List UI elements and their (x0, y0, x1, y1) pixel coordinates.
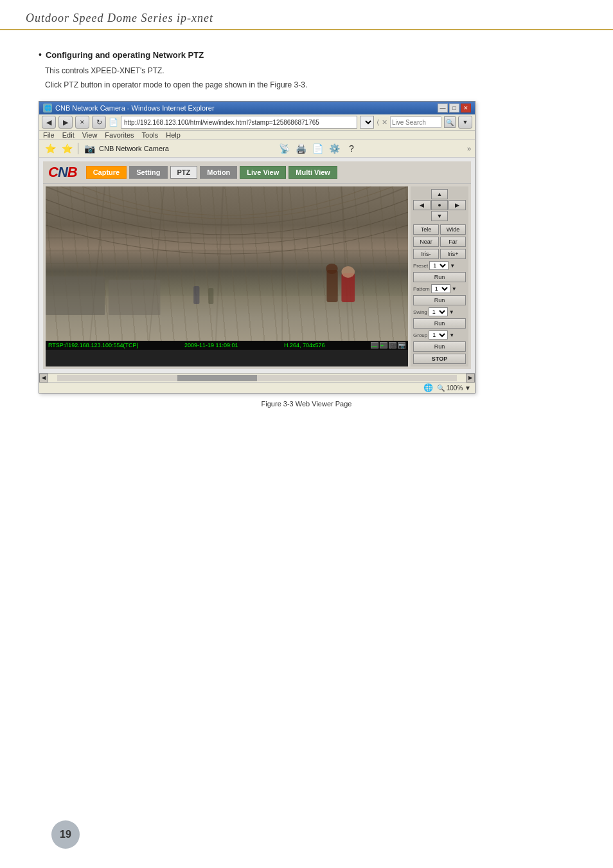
svg-rect-10 (193, 286, 199, 304)
scroll-left-button[interactable]: ◀ (39, 374, 48, 383)
camera-icon1[interactable]: — (371, 342, 378, 348)
camera-view-area: RTSP://192.168.123.100:554(TCP) 2009-11-… (43, 184, 471, 369)
swing-run-button[interactable]: Run (413, 318, 466, 329)
iris-minus-button[interactable]: Iris- (413, 249, 439, 259)
swing-dropdown-icon: ▼ (449, 309, 454, 315)
camera-ui: CNB Capture Setting PTZ Motion Live View… (39, 158, 475, 373)
menu-file[interactable]: File (43, 131, 55, 139)
menu-tools[interactable]: Tools (142, 131, 159, 139)
svg-rect-13 (109, 280, 161, 315)
back-button[interactable]: ◀ (42, 116, 56, 129)
ptz-center-button[interactable]: ● (431, 200, 449, 210)
camera-icon2[interactable]: + (380, 342, 387, 348)
close-button[interactable]: ✕ (461, 104, 471, 113)
browser-window: 🌐 CNB Network Camera - Windows Internet … (39, 101, 475, 393)
near-button[interactable]: Near (413, 237, 439, 247)
header-title: Outdoor Speed Dome Series ip-xnet (26, 12, 587, 25)
pattern-dropdown-icon: ▼ (452, 286, 457, 292)
menu-edit[interactable]: Edit (62, 131, 75, 139)
camera-icon4[interactable]: 📷 (398, 342, 405, 348)
tele-button[interactable]: Tele (413, 224, 439, 235)
scrollbar-thumb[interactable] (177, 375, 257, 381)
section-title: Configuring and operating Network PTZ (46, 50, 204, 60)
rss-icon[interactable]: 📡 (278, 141, 292, 156)
more-button[interactable]: ▼ (458, 116, 472, 129)
window-controls[interactable]: — □ ✕ (438, 104, 471, 113)
ptz-left-button[interactable]: ◀ (413, 200, 431, 210)
motion-button[interactable]: Motion (200, 166, 237, 179)
liveview-button[interactable]: Live View (240, 166, 286, 179)
address-dropdown[interactable] (360, 116, 374, 129)
camera-icon3[interactable]: 🎥 (389, 342, 396, 348)
stop-button[interactable]: STOP (413, 354, 466, 364)
menu-favorites[interactable]: Favorites (105, 131, 134, 139)
wide-button[interactable]: Wide (440, 224, 466, 235)
minimize-button[interactable]: — (438, 104, 448, 113)
figure-caption: Figure 3-3 Web Viewer Page (39, 400, 574, 408)
pattern-run-button[interactable]: Run (413, 295, 466, 305)
swing-row: Swing 12 ▼ (413, 307, 466, 316)
section-desc1: This controls XPEED-XNET's PTZ. (45, 66, 574, 75)
ptz-button[interactable]: PTZ (170, 166, 198, 179)
page-number: 19 (51, 820, 80, 849)
iris-plus-button[interactable]: Iris+ (440, 249, 466, 259)
page-tools-icon[interactable]: 📄 (311, 141, 325, 156)
menu-view[interactable]: View (82, 131, 98, 139)
restore-button[interactable]: □ (449, 104, 459, 113)
ptz-up-button[interactable]: ▲ (431, 189, 449, 199)
page-icon: 📄 (109, 118, 118, 127)
group-select[interactable]: 12 (429, 330, 448, 339)
favorites-star-icon[interactable]: ⭐ (43, 141, 57, 156)
ptz-right-button[interactable]: ▶ (449, 200, 466, 210)
svg-point-9 (341, 266, 355, 278)
preset-label: Preset (413, 263, 428, 269)
group-run-button[interactable]: Run (413, 341, 466, 352)
swing-select[interactable]: 12 (429, 307, 448, 316)
search-button[interactable]: 🔍 (444, 116, 456, 128)
stop-button[interactable]: ✕ (75, 116, 89, 129)
swing-label: Swing (413, 309, 427, 315)
svg-rect-11 (208, 288, 213, 304)
add-favorite-icon[interactable]: ⭐ (60, 141, 74, 156)
live-search-input[interactable] (390, 116, 441, 128)
internet-icon: 🌐 (423, 383, 433, 392)
preset-run-button[interactable]: Run (413, 272, 466, 282)
preset-select[interactable]: 123 (429, 261, 449, 270)
multiview-button[interactable]: Multi View (289, 166, 337, 179)
section-desc2: Click PTZ button in operator mode to ope… (45, 80, 574, 89)
iris-row: Iris- Iris+ (413, 249, 466, 259)
pattern-select[interactable]: 12 (431, 284, 450, 293)
scroll-right-button[interactable]: ▶ (466, 374, 475, 383)
scrollbar-track[interactable] (57, 375, 457, 381)
camera-favicon: 📷 (82, 141, 96, 156)
codec-info: H.264, 704x576 (284, 342, 325, 348)
refresh-button[interactable]: ↻ (92, 116, 106, 129)
setting-button[interactable]: Setting (129, 166, 167, 179)
horizontal-scrollbar[interactable]: ◀ ▶ (39, 373, 475, 382)
browser-toolbar: ⭐ ⭐ 📷 CNB Network Camera 📡 🖨️ 📄 ⚙️ ? » (39, 140, 475, 158)
forward-button[interactable]: ▶ (58, 116, 73, 129)
page-header: Outdoor Speed Dome Series ip-xnet (0, 0, 613, 30)
zoom-indicator[interactable]: 🔍 100% ▼ (437, 384, 471, 392)
ptz-empty-tr (449, 189, 466, 199)
svg-rect-12 (46, 276, 105, 315)
ptz-empty-br (449, 211, 466, 221)
cnb-logo: CNB (48, 164, 77, 181)
print-icon[interactable]: 🖨️ (294, 141, 308, 156)
address-input[interactable] (121, 116, 357, 129)
bullet: • (39, 50, 42, 60)
ptz-empty-tl (413, 189, 431, 199)
far-button[interactable]: Far (440, 237, 466, 247)
camera-controls[interactable]: — + 🎥 📷 (371, 342, 405, 348)
browser-statusbar: 🌐 🔍 100% ▼ (39, 382, 475, 393)
camera-image (46, 186, 408, 341)
scene-overlay (46, 186, 408, 341)
tools-icon[interactable]: ⚙️ (328, 141, 342, 156)
camera-nav: CNB Capture Setting PTZ Motion Live View… (43, 161, 471, 184)
ptz-controls-panel: ▲ ◀ ● ▶ ▼ Tele Wide (411, 186, 468, 366)
capture-button[interactable]: Capture (86, 166, 127, 179)
menu-help[interactable]: Help (166, 131, 181, 139)
ptz-empty-bl (413, 211, 431, 221)
help-icon[interactable]: ? (344, 141, 359, 156)
ptz-down-button[interactable]: ▼ (431, 211, 449, 221)
